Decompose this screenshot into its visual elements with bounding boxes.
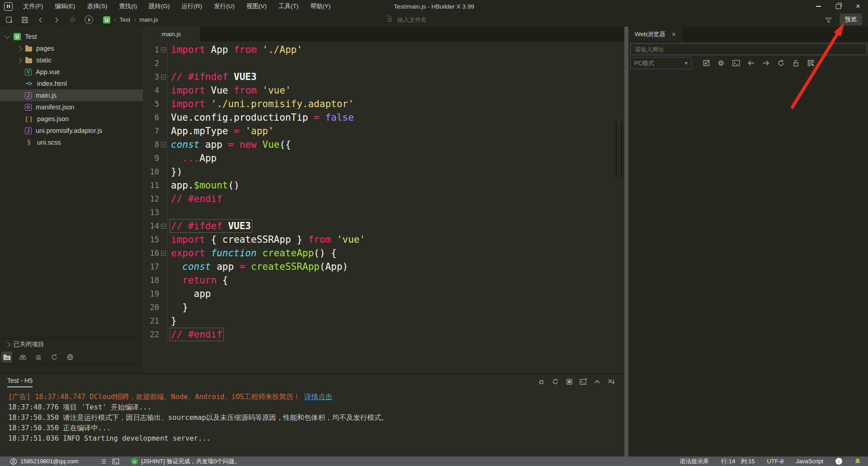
nav-forward-icon[interactable] (762, 59, 770, 67)
panel-splitter[interactable] (624, 27, 628, 457)
code-line-20[interactable]: 20 } (143, 301, 624, 314)
terminal-status-icon[interactable] (112, 458, 119, 465)
tree-item-static[interactable]: static (0, 54, 143, 66)
bug-icon[interactable] (33, 352, 44, 362)
clear-log-icon[interactable] (607, 377, 615, 386)
url-input[interactable] (630, 43, 867, 55)
menu-item[interactable]: 跳转(G) (143, 3, 176, 9)
collapse-panel-icon[interactable] (593, 377, 601, 386)
maximize-icon[interactable] (828, 0, 848, 13)
refresh-sync-icon[interactable] (49, 352, 60, 362)
code-line-6[interactable]: 6Vue.config.productionTip = false (143, 111, 624, 124)
tree-item-pages.json[interactable]: [ ]pages.json (0, 113, 143, 125)
tab-main-js[interactable]: main.js (143, 27, 200, 42)
file-search-input[interactable] (396, 16, 475, 24)
new-file-icon[interactable] (5, 15, 14, 24)
code-line-19[interactable]: 19 app (143, 287, 624, 301)
breadcrumb-file[interactable]: main.js (140, 16, 158, 23)
tree-item-manifest.json[interactable]: ⚙manifest.json (0, 101, 143, 113)
fold-marker-icon[interactable] (159, 70, 168, 84)
debug-bug-icon[interactable] (537, 377, 545, 386)
terminal-icon[interactable] (732, 59, 740, 67)
tree-item-pages[interactable]: pages (0, 42, 143, 54)
menu-item[interactable]: 文件(F) (17, 3, 49, 9)
code-line-1[interactable]: 1import App from './App' (143, 43, 624, 56)
fold-marker-icon[interactable] (159, 246, 168, 260)
tab-web-browser[interactable]: Web浏览器 × (628, 27, 682, 42)
code-line-15[interactable]: 15import { createSSRApp } from 'vue' (143, 233, 624, 246)
back-icon[interactable] (36, 15, 45, 24)
code-line-22[interactable]: 22// #endif (143, 328, 624, 341)
fold-marker-icon[interactable] (159, 138, 168, 151)
code-editor[interactable]: 1import App from './App'23// #ifndef VUE… (143, 42, 624, 375)
nav-back-icon[interactable] (747, 59, 755, 67)
encoding-status[interactable]: UTF-8 (767, 458, 783, 465)
refresh-icon[interactable] (777, 59, 785, 67)
tree-item-main.js[interactable]: Jmain.js (0, 89, 143, 101)
code-line-8[interactable]: 8const app = new Vue({ (143, 138, 624, 151)
menu-item[interactable]: 工具(T) (273, 3, 304, 9)
browser-globe-icon[interactable] (65, 352, 75, 362)
qrcode-icon[interactable] (807, 59, 815, 67)
new-terminal-icon[interactable] (579, 377, 587, 386)
menu-item[interactable]: 选择(S) (81, 3, 113, 9)
code-line-18[interactable]: 18 return { (143, 273, 624, 287)
menu-item[interactable]: 发行(U) (208, 3, 241, 9)
closed-projects-row[interactable]: 已关闭项目 (0, 338, 143, 350)
user-account-icon[interactable] (10, 458, 17, 465)
code-line-17[interactable]: 17 const app = createSSRApp(App) (143, 260, 624, 273)
chevron-right-icon[interactable] (16, 46, 22, 52)
preview-button[interactable]: 预览 (840, 14, 862, 25)
tree-item-uni.promisify.adaptor.js[interactable]: Juni.promisify.adaptor.js (0, 125, 143, 137)
settings-gear-icon[interactable]: ⚙ (717, 59, 725, 67)
bookmark-star-icon[interactable]: ☆ (68, 15, 77, 24)
code-line-13[interactable]: 13 (143, 206, 624, 219)
chevron-down-icon[interactable] (5, 33, 10, 39)
device-mode-select[interactable]: PC模式 ▾ (630, 57, 692, 69)
stop-icon[interactable] (565, 377, 573, 386)
code-line-11[interactable]: 11app.$mount() (143, 179, 624, 192)
code-line-4[interactable]: 4import Vue from 'vue' (143, 84, 624, 97)
unlock-icon[interactable] (792, 59, 800, 67)
syntax-lib-status[interactable]: 语法提示库 (679, 457, 709, 466)
account-email[interactable]: 1585219801@qq.com (20, 458, 78, 465)
code-line-12[interactable]: 12// #endif (143, 192, 624, 206)
code-line-10[interactable]: 10}) (143, 165, 624, 179)
menu-item[interactable]: 运行(R) (176, 3, 208, 9)
close-tab-icon[interactable]: × (672, 30, 676, 38)
close-icon[interactable]: × (848, 0, 868, 13)
forward-icon[interactable] (52, 15, 61, 24)
minimize-icon[interactable] (808, 0, 828, 13)
lint-status-text[interactable]: [JSHINT] 验证完成，共发现0个问题。 (141, 457, 241, 466)
menu-item[interactable]: 查找(I) (113, 3, 143, 9)
cursor-position[interactable]: 行:14 列:15 (721, 457, 755, 466)
code-line-9[interactable]: 9 ...App (143, 151, 624, 165)
menu-item[interactable]: 编辑(E) (49, 3, 81, 9)
code-line-2[interactable]: 2 (143, 56, 624, 70)
console-tab[interactable]: Test - H5 (7, 377, 33, 387)
tree-item-App.vue[interactable]: VApp.vue (0, 66, 143, 78)
tree-item-Test[interactable]: UTest (0, 31, 143, 42)
search-binoculars-icon[interactable] (17, 352, 28, 362)
tree-item-index.html[interactable]: <>index.html (0, 78, 143, 89)
tree-item-uni.scss[interactable]: §uni.scss (0, 137, 143, 148)
project-manager-icon[interactable] (1, 352, 12, 362)
log-detail-link[interactable]: 详情点击 (304, 393, 332, 401)
fold-marker-icon[interactable] (159, 219, 168, 233)
fold-marker-icon[interactable] (159, 43, 168, 56)
menu-item[interactable]: 帮助(Y) (304, 3, 336, 9)
code-line-16[interactable]: 16export function createApp() { (143, 246, 624, 260)
breadcrumb-project[interactable]: Test (119, 16, 130, 23)
run-icon[interactable] (85, 15, 93, 24)
download-update-icon[interactable]: ↓ (835, 458, 842, 465)
code-line-14[interactable]: 14// #ifdef VUE3 (143, 219, 624, 233)
notification-bell-icon[interactable] (854, 458, 861, 465)
filter-funnel-icon[interactable] (824, 15, 833, 24)
chevron-right-icon[interactable] (16, 57, 22, 63)
editor-scrollbar[interactable] (616, 121, 622, 177)
save-icon[interactable] (20, 15, 29, 24)
code-line-21[interactable]: 21} (143, 314, 624, 328)
code-line-3[interactable]: 3// #ifndef VUE3 (143, 70, 624, 84)
code-line-7[interactable]: 7App.mpType = 'app' (143, 124, 624, 138)
restart-icon[interactable] (551, 377, 559, 386)
